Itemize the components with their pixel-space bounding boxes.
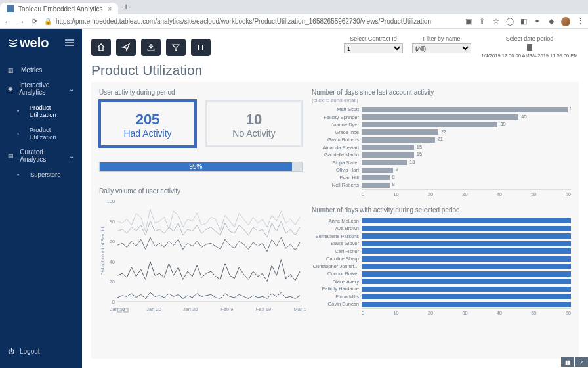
logout-icon: ⏻: [8, 348, 14, 355]
new-tab-button[interactable]: +: [118, 0, 134, 14]
bar-chart-since[interactable]: Matt Scott59Felicity Springer45Joanne Dy…: [312, 106, 571, 189]
page-title: Product Utilization: [82, 62, 588, 82]
tab-favicon: [7, 5, 14, 12]
lock-icon: 🔒: [44, 18, 52, 25]
svg-text:40: 40: [110, 259, 115, 265]
tab-title: Tableau Embedded Analytics: [18, 5, 102, 12]
table-row[interactable]: Matt Scott59: [312, 106, 571, 114]
pause-button[interactable]: [191, 39, 211, 56]
date-filter: Select date period 1/4/2019 12:00:00 AM …: [480, 35, 579, 58]
table-row[interactable]: Carl Fisher60: [312, 248, 571, 256]
address-bar[interactable]: 🔒 https://pm.embedded.tableau.com/analyt…: [44, 18, 458, 25]
browser-tab-strip: Tableau Embedded Analytics × +: [0, 0, 588, 14]
contract-select[interactable]: 1: [344, 43, 403, 53]
svg-text:Feb 19: Feb 19: [256, 306, 271, 312]
share-icon[interactable]: ⇪: [478, 18, 486, 25]
toolbar: Select Contract Id 1 Filter by name (All…: [82, 29, 588, 62]
extension-row: ▣ ⇪ ☆ ◯ ◧ ✦ ◆ ⋮: [465, 17, 584, 26]
svg-text:Jan 20: Jan 20: [146, 306, 161, 312]
doc-icon: ▫: [17, 130, 24, 137]
table-row[interactable]: Connor Bower60: [312, 270, 571, 278]
main-content: Select Contract Id 1 Filter by name (All…: [82, 29, 588, 368]
status-bar: ▮▮ ↗: [561, 356, 588, 368]
table-row[interactable]: Fiona Mills60: [312, 293, 571, 301]
table-row[interactable]: Ava Brown60: [312, 225, 571, 233]
sidebar-item-2[interactable]: ▫Product Utilization: [0, 100, 82, 122]
table-row[interactable]: Evan Hill8: [312, 174, 571, 182]
daily-title: Daily volume of user activity: [99, 187, 303, 195]
bar-icon: ▤: [8, 152, 14, 159]
chart-icon: ▥: [8, 67, 16, 74]
table-row[interactable]: Gavin Duncan60: [312, 300, 571, 308]
svg-text:80: 80: [110, 219, 115, 225]
daily-line-chart[interactable]: 020406080100Distinct count of Seat IdJan…: [99, 198, 303, 313]
home-button[interactable]: [91, 39, 111, 56]
close-icon[interactable]: ×: [108, 5, 112, 12]
table-row[interactable]: Olivia Hart9: [312, 166, 571, 174]
profile-avatar[interactable]: [561, 17, 570, 26]
table-row[interactable]: Pippa Slater13: [312, 159, 571, 167]
forward-icon[interactable]: →: [18, 18, 25, 26]
table-row[interactable]: Caroline Sharp60: [312, 255, 571, 263]
svg-text:20: 20: [110, 279, 115, 285]
star-icon[interactable]: ☆: [492, 18, 499, 25]
status-pause-button[interactable]: ▮▮: [561, 357, 574, 367]
svg-text:Distinct count of Seat Id: Distinct count of Seat Id: [100, 227, 105, 275]
ext3-icon[interactable]: ✦: [534, 18, 541, 25]
chevron-down-icon: ⌄: [69, 85, 74, 93]
back-icon[interactable]: ←: [4, 18, 11, 26]
svg-text:Jan 30: Jan 30: [183, 306, 198, 312]
table-row[interactable]: Anne McLean60: [312, 218, 571, 225]
table-row[interactable]: Bernadette Parsons60: [312, 233, 571, 241]
status-expand-button[interactable]: ↗: [575, 357, 588, 367]
name-select[interactable]: (All): [412, 43, 471, 53]
kpi-no-activity[interactable]: 10 No Activity: [205, 100, 303, 147]
progress-bar: 95%: [99, 162, 303, 172]
table-row[interactable]: Gabrielle Martin15: [312, 151, 571, 159]
ext4-icon[interactable]: ◆: [547, 18, 555, 25]
table-row[interactable]: Joanne Dyer39: [312, 121, 571, 129]
contract-filter: Select Contract Id 1: [344, 35, 403, 53]
sidebar: welo ▥Metrics◉Interactive Analytics⌄▫Pro…: [0, 29, 82, 368]
table-row[interactable]: Amanda Stewart15: [312, 144, 571, 152]
brand-logo: welo: [8, 35, 49, 51]
menu-toggle-icon[interactable]: [65, 39, 74, 47]
cast-icon[interactable]: ▣: [465, 18, 472, 25]
table-row[interactable]: Diane Avery60: [312, 278, 571, 286]
svg-text:Feb 9: Feb 9: [220, 306, 233, 312]
table-row[interactable]: Blake Glover60: [312, 240, 571, 248]
doc-icon: ▫: [17, 172, 25, 178]
url-text: https://pm.embedded.tableau.com/analytic…: [56, 18, 431, 25]
table-row[interactable]: Felicity Hardacre60: [312, 285, 571, 293]
download-button[interactable]: [141, 39, 161, 56]
table-row[interactable]: Grace Ince22: [312, 129, 571, 137]
table-row[interactable]: Felicity Springer45: [312, 114, 571, 122]
logout-button[interactable]: ⏻ Logout: [0, 341, 82, 368]
kebab-icon[interactable]: ⋮: [577, 18, 584, 25]
sidebar-item-4[interactable]: ▤Curated Analytics⌄: [0, 145, 82, 167]
doc-icon: ▫: [17, 108, 24, 114]
browser-toolbar: ← → ⟳ 🔒 https://pm.embedded.tableau.com/…: [0, 14, 588, 29]
reload-icon[interactable]: ⟳: [32, 17, 37, 26]
chevron-down-icon: ⌄: [69, 152, 74, 160]
chart-days-since: Number of days since last account activi…: [312, 89, 571, 197]
table-row[interactable]: Christopher Johnst…60: [312, 263, 571, 271]
share-button[interactable]: [116, 39, 136, 56]
sidebar-item-1[interactable]: ◉Interactive Analytics⌄: [0, 78, 82, 100]
svg-text:60: 60: [110, 239, 115, 244]
kpi-had-activity[interactable]: 205 Had Activity: [99, 100, 196, 147]
chart-days-with: Number of days with activity during sele…: [312, 206, 571, 316]
table-row[interactable]: Gavin Roberts21: [312, 136, 571, 144]
browser-tab[interactable]: Tableau Embedded Analytics ×: [0, 3, 118, 14]
sidebar-item-0[interactable]: ▥Metrics: [0, 62, 82, 78]
svg-text:100: 100: [106, 198, 115, 204]
ext2-icon[interactable]: ◧: [520, 18, 527, 25]
sidebar-item-5[interactable]: ▫Superstore: [0, 167, 82, 182]
ext1-icon[interactable]: ◯: [506, 18, 513, 25]
filter-button[interactable]: [166, 39, 186, 56]
table-row[interactable]: Neil Roberts8: [312, 181, 571, 189]
bar-chart-with[interactable]: Anne McLean60Ava Brown60Bernadette Parso…: [312, 218, 571, 308]
svg-text:Mar 1: Mar 1: [293, 306, 306, 312]
globe-icon: ◉: [8, 85, 14, 92]
sidebar-item-3[interactable]: ▫Product Utilization: [0, 122, 82, 145]
